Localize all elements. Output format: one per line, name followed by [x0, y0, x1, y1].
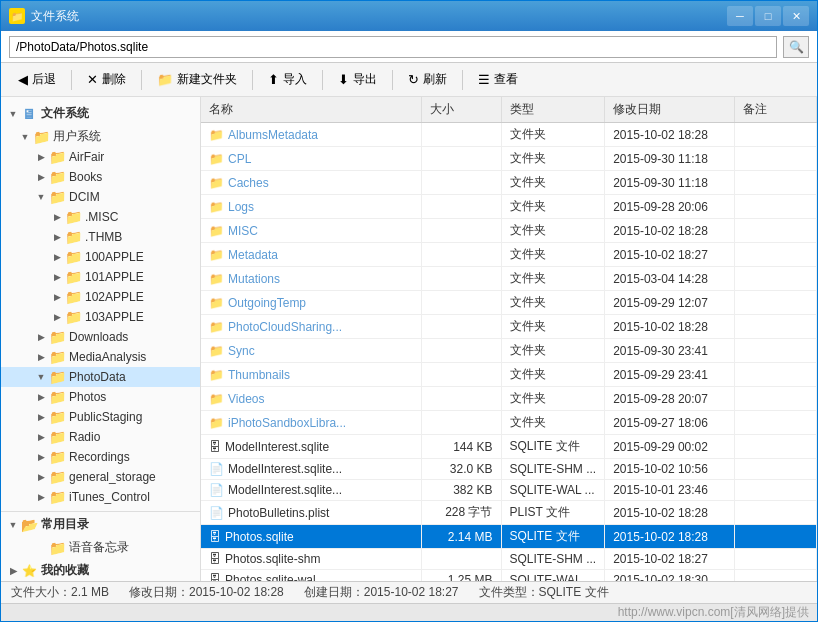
file-size: [421, 339, 501, 363]
table-row[interactable]: 📁AlbumsMetadata文件夹2015-10-02 18:28: [201, 123, 817, 147]
toggle-photos: ▶: [33, 389, 49, 405]
notes-label: 语音备忘录: [69, 539, 129, 556]
table-row[interactable]: 📁Caches文件夹2015-09-30 11:18: [201, 171, 817, 195]
minimize-button[interactable]: ─: [727, 6, 753, 26]
toggle-commondir: ▼: [5, 517, 21, 533]
table-row[interactable]: 🗄Photos.sqlite-shmSQLITE-SHM ...2015-10-…: [201, 549, 817, 570]
sidebar-item-usersystem[interactable]: ▼ 📁 用户系统: [1, 126, 200, 147]
view-button[interactable]: ☰ 查看: [469, 67, 527, 93]
file-note: [735, 291, 817, 315]
new-folder-button[interactable]: 📁 新建文件夹: [148, 67, 246, 93]
sidebar-item-favorites[interactable]: ▶ ⭐ 我的收藏: [1, 558, 200, 581]
toggle-downloads: ▶: [33, 329, 49, 345]
table-row[interactable]: 📁CPL文件夹2015-09-30 11:18: [201, 147, 817, 171]
import-button[interactable]: ⬆ 导入: [259, 67, 316, 93]
sidebar-item-radio[interactable]: ▶ 📁 Radio: [1, 427, 200, 447]
sep2: [141, 70, 142, 90]
sidebar-item-photodata[interactable]: ▼ 📁 PhotoData: [1, 367, 200, 387]
table-row[interactable]: 📄PhotoBulletins.plist228 字节PLIST 文件2015-…: [201, 501, 817, 525]
table-row[interactable]: 📁Mutations文件夹2015-03-04 14:28: [201, 267, 817, 291]
file-size: 228 字节: [421, 501, 501, 525]
refresh-button[interactable]: ↻ 刷新: [399, 67, 456, 93]
table-row[interactable]: 📁Thumbnails文件夹2015-09-29 23:41: [201, 363, 817, 387]
file-icon: 📄: [209, 462, 224, 476]
file-type: 文件夹: [501, 195, 605, 219]
toggle-recordings: ▶: [33, 449, 49, 465]
file-icon: 🗄: [209, 530, 221, 544]
sidebar-item-airfair[interactable]: ▶ 📁 AirFair: [1, 147, 200, 167]
sidebar-item-books[interactable]: ▶ 📁 Books: [1, 167, 200, 187]
toggle-airfair: ▶: [33, 149, 49, 165]
file-type: 文件夹: [501, 291, 605, 315]
file-type: SQLITE-WAL ...: [501, 480, 605, 501]
toggle-generalstorage: ▶: [33, 469, 49, 485]
export-button[interactable]: ⬇ 导出: [329, 67, 386, 93]
table-row[interactable]: 🗄Photos.sqlite2.14 MBSQLITE 文件2015-10-02…: [201, 525, 817, 549]
sidebar-item-recordings[interactable]: ▶ 📁 Recordings: [1, 447, 200, 467]
col-header-type[interactable]: 类型: [501, 97, 605, 123]
sidebar-item-itunescontrol[interactable]: ▶ 📁 iTunes_Control: [1, 487, 200, 507]
table-row[interactable]: 📁iPhotoSandboxLibra...文件夹2015-09-27 18:0…: [201, 411, 817, 435]
photodata-label: PhotoData: [69, 370, 126, 384]
downloads-icon: 📁: [49, 329, 65, 345]
back-button[interactable]: ◀ 后退: [9, 67, 65, 93]
table-row[interactable]: 📁Sync文件夹2015-09-30 23:41: [201, 339, 817, 363]
sidebar-item-apple102[interactable]: ▶ 📁 102APPLE: [1, 287, 200, 307]
table-row[interactable]: 📁MISC文件夹2015-10-02 18:28: [201, 219, 817, 243]
toggle-apple102: ▶: [49, 289, 65, 305]
file-icon: 📄: [209, 483, 224, 497]
file-date: 2015-09-30 11:18: [605, 147, 735, 171]
table-row[interactable]: 🗄ModelInterest.sqlite144 KBSQLITE 文件2015…: [201, 435, 817, 459]
thmb-label: .THMB: [85, 230, 122, 244]
table-row[interactable]: 📄ModelInterest.sqlite...32.0 KBSQLITE-SH…: [201, 459, 817, 480]
table-row[interactable]: 📁Videos文件夹2015-09-28 20:07: [201, 387, 817, 411]
table-row[interactable]: 📁Metadata文件夹2015-10-02 18:27: [201, 243, 817, 267]
file-icon: 🗄: [209, 573, 221, 581]
file-size: [421, 195, 501, 219]
sidebar-item-misc[interactable]: ▶ 📁 .MISC: [1, 207, 200, 227]
sidebar-item-commondir[interactable]: ▼ 📂 常用目录: [1, 511, 200, 537]
address-input[interactable]: [9, 36, 777, 58]
sidebar-item-generalstorage[interactable]: ▶ 📁 general_storage: [1, 467, 200, 487]
itunescontrol-icon: 📁: [49, 489, 65, 505]
file-date: 2015-10-02 18:27: [605, 549, 735, 570]
table-row[interactable]: 📄ModelInterest.sqlite...382 KBSQLITE-WAL…: [201, 480, 817, 501]
col-header-size[interactable]: 大小: [421, 97, 501, 123]
col-header-name[interactable]: 名称: [201, 97, 421, 123]
table-row[interactable]: 📁OutgoingTemp文件夹2015-09-29 12:07: [201, 291, 817, 315]
search-button[interactable]: 🔍: [783, 36, 809, 58]
sidebar-item-apple103[interactable]: ▶ 📁 103APPLE: [1, 307, 200, 327]
books-label: Books: [69, 170, 102, 184]
sidebar-item-mediaanalysis[interactable]: ▶ 📁 MediaAnalysis: [1, 347, 200, 367]
publicstaging-label: PublicStaging: [69, 410, 142, 424]
file-name: Thumbnails: [228, 368, 290, 382]
app-icon: 📁: [9, 8, 25, 24]
favorites-label: 我的收藏: [41, 562, 89, 579]
col-header-date[interactable]: 修改日期: [605, 97, 735, 123]
close-button[interactable]: ✕: [783, 6, 809, 26]
sidebar-item-publicstaging[interactable]: ▶ 📁 PublicStaging: [1, 407, 200, 427]
sidebar-item-thmb[interactable]: ▶ 📁 .THMB: [1, 227, 200, 247]
table-row[interactable]: 📁Logs文件夹2015-09-28 20:06: [201, 195, 817, 219]
file-type: SQLITE 文件: [501, 435, 605, 459]
table-row[interactable]: 🗄Photos.sqlite-wal1.25 MBSQLITE-WAL ...2…: [201, 570, 817, 582]
sidebar-item-apple100[interactable]: ▶ 📁 100APPLE: [1, 247, 200, 267]
file-icon: 📄: [209, 506, 224, 520]
sidebar-item-photos[interactable]: ▶ 📁 Photos: [1, 387, 200, 407]
file-note: [735, 435, 817, 459]
delete-button[interactable]: ✕ 删除: [78, 67, 135, 93]
sidebar-item-filesystem[interactable]: ▼ 🖥 文件系统: [1, 101, 200, 126]
file-icon: 📁: [209, 344, 224, 358]
radio-label: Radio: [69, 430, 100, 444]
sidebar-item-dcim[interactable]: ▼ 📁 DCIM: [1, 187, 200, 207]
file-size: [421, 363, 501, 387]
sidebar-item-notes[interactable]: 📁 语音备忘录: [1, 537, 200, 558]
file-date: 2015-10-02 18:27: [605, 243, 735, 267]
col-header-note[interactable]: 备注: [735, 97, 817, 123]
sidebar-item-apple101[interactable]: ▶ 📁 101APPLE: [1, 267, 200, 287]
maximize-button[interactable]: □: [755, 6, 781, 26]
table-row[interactable]: 📁PhotoCloudSharing...文件夹2015-10-02 18:28: [201, 315, 817, 339]
view-label: 查看: [494, 71, 518, 88]
sidebar-item-downloads[interactable]: ▶ 📁 Downloads: [1, 327, 200, 347]
size-label: 文件大小：: [11, 585, 71, 599]
